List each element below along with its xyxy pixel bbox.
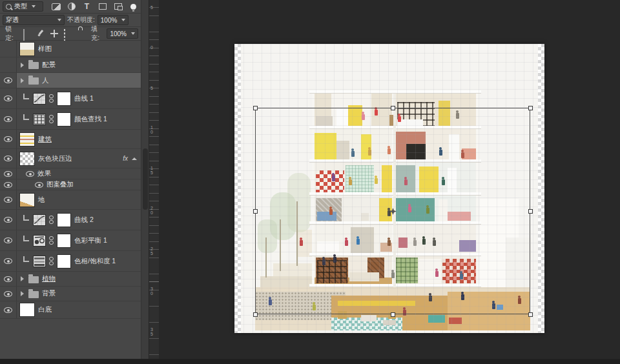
layer-name[interactable]: 植物 <box>42 274 56 283</box>
layer-row-1[interactable]: 样图 <box>0 41 141 57</box>
visibility-toggle[interactable] <box>0 88 17 108</box>
layer-row-15[interactable]: 背景 <box>0 287 141 301</box>
layer-mask-thumbnail[interactable] <box>57 254 71 268</box>
layer-name[interactable]: 图案叠加 <box>46 180 74 189</box>
lock-all-icon[interactable] <box>78 30 86 37</box>
transform-handle[interactable] <box>528 106 533 110</box>
layer-thumbnail[interactable] <box>19 303 35 317</box>
blend-mode-dropdown[interactable]: 穿透 <box>3 15 65 25</box>
layer-row-2[interactable]: 配景 <box>0 57 141 73</box>
layer-mask-thumbnail[interactable] <box>57 112 71 126</box>
layer-name[interactable]: 人 <box>42 76 49 85</box>
visibility-toggle[interactable] <box>0 41 17 57</box>
layer-row-body[interactable]: 颜色查找 1 <box>17 109 141 129</box>
panel-scrollbar[interactable] <box>141 0 149 359</box>
layer-thumbnail[interactable] <box>19 42 35 56</box>
layer-mask-thumbnail[interactable] <box>57 92 71 106</box>
layer-row-10[interactable]: 地 <box>0 190 141 210</box>
layer-row-body[interactable]: 建筑 <box>17 130 141 148</box>
layer-row-7[interactable]: 灰色块压边fx <box>0 149 141 168</box>
layer-name[interactable]: 背景 <box>42 289 56 298</box>
layer-row-body[interactable]: 色相/饱和度 1 <box>17 251 141 271</box>
transform-handle[interactable] <box>528 209 533 214</box>
layer-name[interactable]: 灰色块压边 <box>38 154 72 163</box>
fill-dropdown[interactable]: 100% <box>107 28 138 39</box>
effects-eye-icon[interactable] <box>26 171 34 177</box>
visibility-toggle[interactable] <box>0 109 17 129</box>
layer-row-11[interactable]: 曲线 2 <box>0 210 141 230</box>
visibility-toggle[interactable] <box>0 210 17 230</box>
layer-name[interactable]: 色相/饱和度 1 <box>74 257 116 266</box>
canvas-area[interactable] <box>159 0 620 364</box>
filter-adjustment-layers-icon[interactable] <box>67 3 76 11</box>
layer-row-body[interactable]: 灰色块压边fx <box>17 149 141 168</box>
layer-row-body[interactable]: 曲线 1 <box>17 88 141 108</box>
visibility-toggle[interactable] <box>0 251 17 271</box>
visibility-toggle[interactable] <box>0 57 17 72</box>
filter-pixel-layers-icon[interactable] <box>51 3 61 11</box>
layer-row-6[interactable]: 建筑 <box>0 130 141 149</box>
lock-position-icon[interactable] <box>50 30 59 37</box>
layer-name[interactable]: 颜色查找 1 <box>74 115 107 124</box>
layer-name[interactable]: 曲线 1 <box>74 94 94 103</box>
layer-row-13[interactable]: 色相/饱和度 1 <box>0 251 141 272</box>
layer-row-8[interactable]: 效果 <box>0 168 141 179</box>
layer-name[interactable]: 白底 <box>38 305 52 314</box>
layer-name[interactable]: 曲线 2 <box>74 216 94 225</box>
transform-handle[interactable] <box>253 209 258 214</box>
layer-mask-thumbnail[interactable] <box>57 213 71 227</box>
visibility-toggle[interactable] <box>0 287 17 301</box>
layer-thumbnail[interactable] <box>19 132 35 147</box>
layer-row-body[interactable]: 白底 <box>17 301 141 318</box>
visibility-toggle[interactable] <box>0 301 17 318</box>
layer-mask-thumbnail[interactable] <box>57 234 71 248</box>
visibility-toggle[interactable] <box>0 73 17 88</box>
layer-row-body[interactable]: 植物 <box>17 272 141 286</box>
layer-row-12[interactable]: 色彩平衡 1 <box>0 230 141 251</box>
lock-transparent-pixels-icon[interactable] <box>23 30 32 37</box>
visibility-toggle[interactable] <box>0 168 17 179</box>
visibility-toggle[interactable] <box>0 230 17 250</box>
layer-filter-toggle-icon[interactable] <box>129 3 138 11</box>
layer-row-5[interactable]: 颜色查找 1 <box>0 109 141 130</box>
opacity-dropdown[interactable]: 100% <box>98 15 129 25</box>
layer-name[interactable]: 色彩平衡 1 <box>74 236 107 245</box>
layer-row-16[interactable]: 白底 <box>0 301 141 319</box>
lock-image-pixels-icon[interactable] <box>37 30 45 37</box>
layer-row-body[interactable]: 背景 <box>17 287 141 301</box>
layer-row-body[interactable]: 样图 <box>17 41 141 57</box>
fx-collapse-icon[interactable] <box>132 157 137 160</box>
layer-row-9[interactable]: 图案叠加 <box>0 179 141 190</box>
filter-shape-layers-icon[interactable] <box>98 3 107 11</box>
filter-type-layers-icon[interactable]: T <box>82 3 92 11</box>
fx-badge-group[interactable]: fx <box>123 155 141 162</box>
layer-name[interactable]: 效果 <box>37 169 51 178</box>
visibility-toggle[interactable] <box>0 149 17 168</box>
layer-name[interactable]: 样图 <box>38 45 52 54</box>
layer-row-body[interactable]: 人 <box>17 73 141 88</box>
visibility-toggle[interactable] <box>0 130 17 148</box>
scrollbar-thumb[interactable] <box>143 148 148 210</box>
lock-artboard-icon[interactable] <box>64 30 72 37</box>
effect-eye-icon[interactable] <box>35 182 43 188</box>
layer-row-body[interactable]: 地 <box>17 190 141 209</box>
layer-name[interactable]: 配景 <box>42 61 56 70</box>
layer-row-body[interactable]: 效果 <box>17 168 141 179</box>
visibility-toggle[interactable] <box>0 272 17 286</box>
layer-name[interactable]: 建筑 <box>38 135 52 144</box>
layer-row-3[interactable]: 人 <box>0 73 141 88</box>
layer-name[interactable]: 地 <box>38 196 45 205</box>
filter-smart-object-icon[interactable] <box>113 3 123 11</box>
visibility-toggle[interactable] <box>0 179 17 190</box>
visibility-toggle[interactable] <box>0 190 17 209</box>
layer-row-body[interactable]: 配景 <box>17 57 141 72</box>
document-artboard[interactable] <box>234 44 544 333</box>
layer-row-4[interactable]: 曲线 1 <box>0 88 141 109</box>
layer-row-body[interactable]: 色彩平衡 1 <box>17 230 141 250</box>
transform-handle[interactable] <box>253 106 258 110</box>
layer-thumbnail[interactable] <box>19 193 35 207</box>
layer-filter-type-dropdown[interactable]: 类型 <box>3 1 43 12</box>
layer-row-body[interactable]: 图案叠加 <box>17 179 141 190</box>
layer-thumbnail[interactable] <box>19 152 35 166</box>
layer-row-body[interactable]: 曲线 2 <box>17 210 141 230</box>
